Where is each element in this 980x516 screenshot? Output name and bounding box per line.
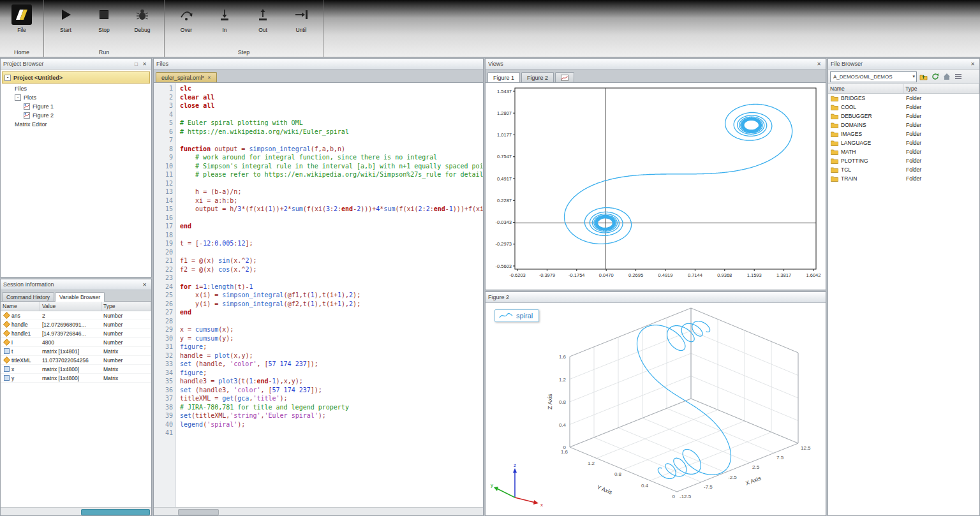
tree-item-figure-2[interactable]: Figure 2 <box>1 111 151 120</box>
editor-header: Files <box>154 59 483 70</box>
stop-button[interactable]: Stop <box>90 3 118 47</box>
svg-text:0.4: 0.4 <box>641 483 649 489</box>
close-tab-icon[interactable]: ✕ <box>207 75 211 80</box>
float-panel-icon[interactable]: □ <box>132 61 140 67</box>
file-browser-toolbar: A_DEMOS/OML_DEMOS ▾ <box>828 70 979 84</box>
debug-button[interactable]: Debug <box>128 3 156 47</box>
legend-box[interactable]: spiral <box>494 309 539 322</box>
variable-type: Number <box>101 329 151 337</box>
collapse-icon[interactable]: - <box>15 94 21 101</box>
scrollbar-thumb[interactable] <box>81 509 150 515</box>
svg-text:-0.3979: -0.3979 <box>539 272 555 278</box>
scalar-variable-icon <box>3 312 10 319</box>
views-tool-tab[interactable] <box>555 72 574 82</box>
variable-name: x <box>1 365 40 373</box>
list-view-icon[interactable] <box>953 72 963 82</box>
variable-row[interactable]: ymatrix [1x4800]Matrix <box>1 374 151 383</box>
figure2-canvas[interactable]: 00.40.81.21.600.40.81.21.6-12.5-7.5-2.52… <box>486 303 826 515</box>
tree-item-label: Files <box>15 85 27 92</box>
matrix-variable-icon <box>4 366 10 372</box>
folder-row-tcl[interactable]: TCLFolder <box>828 165 979 174</box>
variable-name: ans <box>1 311 40 320</box>
variable-value: 11.0737022054256 <box>40 356 101 364</box>
ribbon-group-run: StartStopDebugRun <box>44 0 165 57</box>
svg-text:-12.5: -12.5 <box>679 494 692 499</box>
variable-row[interactable]: i4800Number <box>1 338 151 347</box>
tree-item-matrix-editor[interactable]: Matrix Editor <box>1 120 151 129</box>
button-label: Start <box>60 27 71 33</box>
home-icon[interactable] <box>942 72 951 82</box>
column-type[interactable]: Type <box>101 302 151 311</box>
column-value[interactable]: Value <box>40 302 101 311</box>
tree-item-files[interactable]: Files <box>1 84 151 93</box>
project-root-item[interactable]: - Project <Untitled> <box>2 71 150 84</box>
variable-row[interactable]: xmatrix [1x4800]Matrix <box>1 365 151 374</box>
folder-type: Folder <box>906 121 979 129</box>
folder-name: MATH <box>828 147 906 156</box>
svg-text:X Axis: X Axis <box>745 475 762 486</box>
tab-command-history[interactable]: Command History <box>2 292 54 301</box>
variable-value: [12.0726968091... <box>40 320 101 328</box>
figure1-canvas[interactable]: 1.54371.28071.01770.75470.49170.2287-0.0… <box>486 83 826 290</box>
column-name[interactable]: Name <box>828 84 903 93</box>
tree-item-plots[interactable]: -Plots <box>1 93 151 102</box>
scrollbar-thumb[interactable] <box>178 509 219 515</box>
file-button[interactable]: File <box>8 3 36 47</box>
until-button[interactable]: Until <box>287 3 315 47</box>
folder-row-train[interactable]: TRAINFolder <box>828 174 979 183</box>
refresh-icon[interactable] <box>930 72 940 82</box>
variable-row[interactable]: titleXML11.0737022054256Number <box>1 356 151 365</box>
svg-text:0.4919: 0.4919 <box>658 272 673 278</box>
folder-row-cool[interactable]: COOLFolder <box>828 103 979 112</box>
folder-type: Folder <box>906 94 979 103</box>
code-text[interactable]: clcclear allclose all # Euler spiral plo… <box>176 83 483 507</box>
variable-row[interactable]: handle1[14.9739726846...Number <box>1 329 151 338</box>
column-type[interactable]: Type <box>903 84 979 93</box>
editor-hscrollbar[interactable] <box>154 507 483 515</box>
folder-row-math[interactable]: MATHFolder <box>828 147 979 156</box>
folder-row-language[interactable]: LANGUAGEFolder <box>828 138 979 147</box>
matrix-variable-icon <box>4 348 10 354</box>
variable-value: 2 <box>40 311 101 320</box>
out-button[interactable]: Out <box>249 3 277 47</box>
tab-euler-spiral-file[interactable]: euler_spiral.oml* ✕ <box>156 72 217 82</box>
folder-row-domains[interactable]: DOMAINSFolder <box>828 121 979 129</box>
collapse-icon[interactable]: - <box>4 75 11 81</box>
close-panel-icon[interactable]: ✕ <box>140 61 149 67</box>
folder-row-plotting[interactable]: PLOTTINGFolder <box>828 156 979 165</box>
folder-icon <box>831 113 838 119</box>
folder-type: Folder <box>906 129 979 138</box>
tree-item-figure-1[interactable]: Figure 1 <box>1 102 151 111</box>
project-browser-title: Project Browser <box>3 61 132 67</box>
ribbon-group-step: OverInOutUntilStep <box>165 0 323 57</box>
code-editor[interactable]: 1234567891011121314151617181920212223242… <box>154 83 483 507</box>
folder-row-debugger[interactable]: DEBUGGERFolder <box>828 112 979 121</box>
directory-dropdown[interactable]: A_DEMOS/OML_DEMOS ▾ <box>830 71 917 82</box>
svg-text:0.8: 0.8 <box>559 399 567 405</box>
folder-name: DEBUGGER <box>828 112 906 121</box>
column-name[interactable]: Name <box>1 302 40 311</box>
tree-item-label: Figure 1 <box>33 103 54 110</box>
svg-text:-7.5: -7.5 <box>704 484 713 490</box>
over-button[interactable]: Over <box>172 3 200 47</box>
tab-figure-1[interactable]: Figure 1 <box>487 72 520 82</box>
variable-row[interactable]: ans2Number <box>1 311 151 320</box>
session-tabs: Command History Variable Browser <box>1 290 151 302</box>
folder-row-images[interactable]: IMAGESFolder <box>828 129 979 138</box>
variable-hscrollbar[interactable] <box>1 507 151 515</box>
editor-panel: Files euler_spiral.oml* ✕ 12345678910111… <box>153 58 484 516</box>
close-panel-icon[interactable]: ✕ <box>140 282 149 288</box>
parent-directory-icon[interactable] <box>919 72 928 82</box>
close-panel-icon[interactable]: ✕ <box>969 61 977 67</box>
start-button[interactable]: Start <box>52 3 80 47</box>
button-label: In <box>222 27 226 33</box>
session-information-title: Session Information <box>3 281 140 288</box>
folder-row-bridges[interactable]: BRIDGESFolder <box>828 94 979 103</box>
tab-variable-browser[interactable]: Variable Browser <box>55 292 105 302</box>
variable-row[interactable]: tmatrix [1x4801]Matrix <box>1 347 151 356</box>
close-panel-icon[interactable]: ✕ <box>815 61 823 67</box>
variable-value: matrix [1x4800] <box>40 374 101 382</box>
in-button[interactable]: In <box>211 3 239 47</box>
variable-row[interactable]: handle[12.0726968091...Number <box>1 320 151 329</box>
tab-figure-2[interactable]: Figure 2 <box>521 72 554 82</box>
